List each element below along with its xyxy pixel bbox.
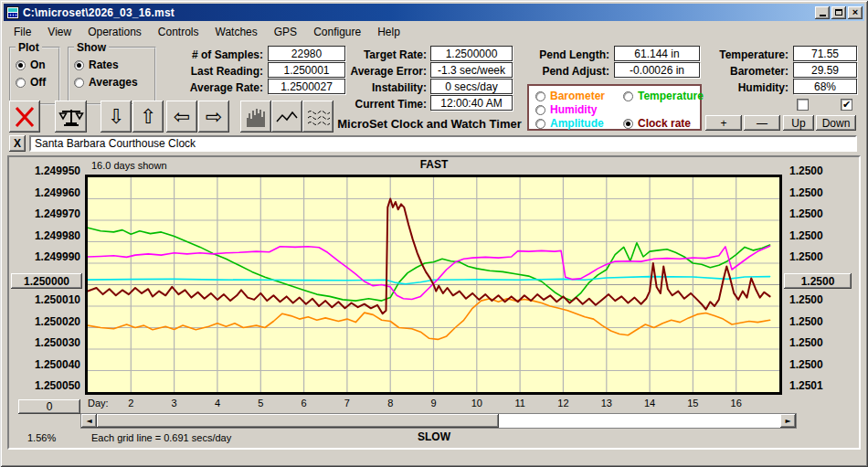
down-button[interactable]: Down xyxy=(816,115,856,131)
instability-value: 0 secs/day xyxy=(430,79,513,94)
left-axis-center-button[interactable]: 1.250000 xyxy=(11,273,82,289)
balance-button[interactable] xyxy=(55,101,87,133)
plot-off-radio[interactable] xyxy=(16,78,26,88)
minus-button[interactable]: — xyxy=(744,115,780,131)
menu-gps[interactable]: GPS xyxy=(266,24,305,40)
humidity-toggle-label: Humidity xyxy=(550,103,597,116)
delete-button[interactable] xyxy=(9,101,40,133)
day-tick-8: 8 xyxy=(380,398,400,409)
pend-length-label: Pend Length: xyxy=(512,48,609,61)
rate-chart xyxy=(88,177,779,392)
plot-area[interactable] xyxy=(85,175,782,395)
shift-down-button[interactable]: ⇩ xyxy=(101,101,132,133)
clock-rate-toggle-label: Clock rate xyxy=(638,117,691,130)
clear-name-button[interactable]: X xyxy=(9,135,26,152)
plot-on-option[interactable]: On xyxy=(16,58,46,71)
plot-group-legend: Plot xyxy=(16,41,42,54)
shift-up-button[interactable]: ⇧ xyxy=(132,101,164,133)
day-tick-2: 2 xyxy=(121,398,141,409)
plot-groupbox: Plot On Off xyxy=(9,47,60,105)
app-icon xyxy=(6,6,19,19)
plot-on-label: On xyxy=(30,58,46,71)
average-error-label: Average Error: xyxy=(329,65,427,78)
maximize-button[interactable] xyxy=(831,6,846,19)
toggle-humidity[interactable]: Humidity xyxy=(535,103,597,116)
scrollbar-thumb[interactable] xyxy=(97,414,499,428)
toggle-barometer[interactable]: Barometer xyxy=(535,90,605,102)
right-axis-center-button[interactable]: 1.2500 xyxy=(784,273,852,289)
grid-note: Each grid line = 0.691 secs/day xyxy=(91,432,231,443)
last-reading-label: Last Reading: xyxy=(163,65,263,78)
left-axis-tick: 1.249990 xyxy=(11,250,80,263)
day-tick-13: 13 xyxy=(597,398,617,409)
samples-label: # of Samples: xyxy=(163,48,263,61)
left-axis-tick: 1.249970 xyxy=(11,207,80,220)
left-axis-tick: 1.249950 xyxy=(11,165,80,177)
left-axis-tick: 1.250020 xyxy=(11,315,80,328)
current-time-value: 12:00:40 AM xyxy=(430,95,513,111)
right-axis-tick: 1.2501 xyxy=(789,379,823,392)
menu-file[interactable]: File xyxy=(5,24,39,40)
histogram-view-button[interactable] xyxy=(240,101,271,133)
instability-label: Instability: xyxy=(329,81,427,94)
right-arrow-icon: ⇨ xyxy=(206,105,222,128)
toggle-clock-rate[interactable]: Clock rate xyxy=(623,117,691,130)
right-axis-tick: 1.2500 xyxy=(789,250,823,263)
histogram-icon xyxy=(244,105,268,129)
day-tick-15: 15 xyxy=(683,398,703,409)
right-checkbox[interactable] xyxy=(841,99,852,111)
left-axis-tick: 1.250050 xyxy=(11,379,80,392)
plot-off-option[interactable]: Off xyxy=(16,76,46,89)
menu-watches[interactable]: Watches xyxy=(207,24,266,40)
show-groupbox: Show Rates Averages xyxy=(68,47,156,105)
line-view-button[interactable] xyxy=(271,101,302,133)
humidity-radio[interactable] xyxy=(535,105,545,115)
maximize-icon xyxy=(835,9,842,16)
menu-operations[interactable]: Operations xyxy=(79,24,150,40)
barometer-radio[interactable] xyxy=(535,91,545,101)
menu-view[interactable]: View xyxy=(39,24,79,40)
temperature-radio[interactable] xyxy=(623,91,633,101)
menu-controls[interactable]: Controls xyxy=(150,24,207,40)
pend-adjust-label: Pend Adjust: xyxy=(512,65,609,78)
title-bar[interactable]: C:\microset\2026_03_16.mst × xyxy=(4,4,864,21)
minimize-icon xyxy=(820,15,826,16)
clock-rate-radio[interactable] xyxy=(623,119,633,129)
day-tick-6: 6 xyxy=(294,398,314,409)
show-averages-radio[interactable] xyxy=(74,78,84,88)
clock-name-field[interactable]: Santa Barbara Courthouse Clock xyxy=(29,135,857,152)
up-button[interactable]: Up xyxy=(783,115,814,131)
menu-configure[interactable]: Configure xyxy=(305,24,369,40)
plus-button[interactable]: + xyxy=(705,115,742,131)
minimize-button[interactable] xyxy=(815,6,830,19)
window-title: C:\microset\2026_03_16.mst xyxy=(23,6,813,19)
right-axis-tick: 1.2500 xyxy=(789,315,823,328)
day-tick-12: 12 xyxy=(553,398,573,409)
scroll-left-button[interactable]: ◄ xyxy=(81,414,97,428)
pan-left-button[interactable]: ⇦ xyxy=(166,101,197,133)
red-x-icon xyxy=(13,105,37,129)
day-tick-14: 14 xyxy=(640,398,660,409)
barometer-value: 29.59 xyxy=(793,62,857,78)
fast-label: FAST xyxy=(402,158,466,171)
pan-right-button[interactable]: ⇨ xyxy=(198,101,229,133)
zero-button[interactable]: 0 xyxy=(18,399,80,414)
menu-help[interactable]: Help xyxy=(369,24,408,40)
humidity-label: Humidity: xyxy=(690,81,789,94)
right-axis-tick: 1.2500 xyxy=(789,336,823,349)
left-checkbox[interactable] xyxy=(797,99,809,111)
day-tick-5: 5 xyxy=(250,398,270,409)
day-tick-7: 7 xyxy=(337,398,357,409)
right-axis-tick: 1.2500 xyxy=(789,293,823,306)
show-rates-radio[interactable] xyxy=(74,60,84,70)
time-scrollbar[interactable]: ◄ ► xyxy=(80,413,797,429)
right-axis-tick: 1.2500 xyxy=(789,358,823,371)
show-averages-option[interactable]: Averages xyxy=(74,76,138,89)
scroll-right-button[interactable]: ► xyxy=(780,414,796,428)
plot-on-radio[interactable] xyxy=(16,60,26,70)
show-rates-option[interactable]: Rates xyxy=(74,58,119,71)
toggle-temperature[interactable]: Temperature xyxy=(623,90,704,102)
right-axis-tick: 1.2500 xyxy=(789,229,823,242)
left-axis-tick: 1.250040 xyxy=(11,358,80,371)
close-button[interactable]: × xyxy=(848,6,863,19)
